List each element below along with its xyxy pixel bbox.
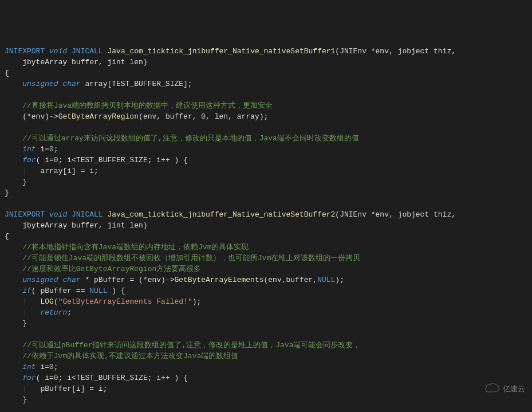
line: //将本地指针指向含有Java端数组的内存地址，依赖Jvm的具体实现: [5, 243, 249, 252]
line: int i=0;: [5, 145, 58, 154]
line: JNIEXPORT void JNICALL Java_com_ticktick…: [5, 47, 456, 56]
line: //依赖于Jvm的具体实现,不建议通过本方法改变Java端的数组值: [5, 352, 238, 360]
line: //可能是锁住Java端的那段数组不被回收（增加引用计数），也可能所Jvm在堆上…: [5, 254, 360, 262]
line: //直接将Java端的数组拷贝到本地的数据中，建议使用这种方式，更加安全: [5, 101, 273, 110]
line: for( i=0; i<TEST_BUFFER_SIZE; i++ ) {: [5, 156, 188, 164]
watermark-text: 亿速云: [503, 383, 525, 394]
line: | pBuffer[i] = i;: [5, 384, 107, 393]
line: int i=0;: [5, 363, 58, 371]
line: if( pBuffer == NULL ) {: [5, 287, 125, 295]
watermark: 亿速云: [476, 371, 525, 406]
line: {: [5, 69, 9, 77]
line: | return;: [5, 308, 72, 317]
line: | array[i] = i;: [5, 167, 98, 175]
line: unsigned char array[TEST_BUFFER_SIZE];: [5, 80, 192, 88]
line: }: [5, 189, 9, 197]
code-block: JNIEXPORT void JNICALL Java_com_ticktick…: [5, 46, 527, 412]
line: jbyteArray buffer, jint len): [5, 58, 148, 66]
line: (*env)->GetByteArrayRegion(env, buffer, …: [5, 112, 268, 121]
line: unsigned char * pBuffer = (*env)->GetByt…: [5, 276, 344, 284]
line: //速度和效率比GetByteArrayRegion方法要高很多: [5, 265, 201, 273]
line: //可以通过pBuffer指针来访问这段数组的值了,注意，修改的是堆上的值，Ja…: [5, 341, 360, 350]
line: JNIEXPORT void JNICALL Java_com_ticktick…: [5, 210, 456, 219]
line: }: [5, 319, 27, 328]
line: for( i=0; i<TEST_BUFFER_SIZE; i++ ) {: [5, 374, 188, 382]
line: jbyteArray buffer, jint len): [5, 221, 148, 230]
line: }: [5, 178, 27, 186]
line: | LOG("GetByteArrayElements Failed!");: [5, 297, 201, 306]
cloud-icon: [476, 371, 501, 406]
line: {: [5, 232, 9, 241]
line: //可以通过array来访问这段数组的值了,注意，修改的只是本地的值，Java端…: [5, 134, 359, 143]
line: }: [5, 395, 27, 404]
